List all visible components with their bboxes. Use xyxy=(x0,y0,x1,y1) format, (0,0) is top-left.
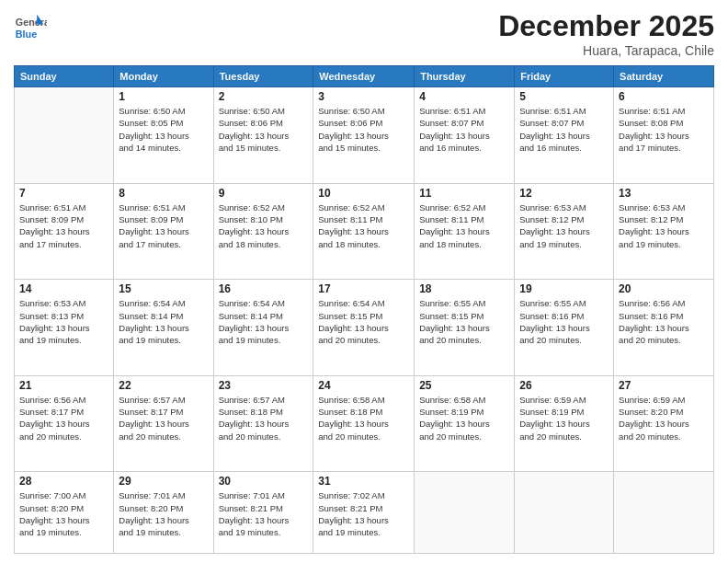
day-info: Sunrise: 6:56 AMSunset: 8:17 PMDaylight:… xyxy=(19,394,108,442)
day-number: 15 xyxy=(119,282,208,295)
day-info: Sunrise: 6:54 AMSunset: 8:14 PMDaylight:… xyxy=(119,297,208,346)
calendar-cell: 8Sunrise: 6:51 AMSunset: 8:09 PMDaylight… xyxy=(114,183,213,280)
col-monday: Monday xyxy=(114,66,213,87)
calendar-cell: 11Sunrise: 6:52 AMSunset: 8:11 PMDayligh… xyxy=(415,183,515,280)
day-info: Sunrise: 6:56 AMSunset: 8:16 PMDaylight:… xyxy=(619,297,709,346)
calendar-header-row: Sunday Monday Tuesday Wednesday Thursday… xyxy=(15,66,714,87)
day-info: Sunrise: 6:57 AMSunset: 8:18 PMDaylight:… xyxy=(219,394,309,442)
calendar-cell xyxy=(515,472,614,554)
calendar-cell: 1Sunrise: 6:50 AMSunset: 8:05 PMDaylight… xyxy=(114,87,213,184)
calendar-cell: 2Sunrise: 6:50 AMSunset: 8:06 PMDaylight… xyxy=(213,87,313,184)
day-info: Sunrise: 6:59 AMSunset: 8:20 PMDaylight:… xyxy=(619,394,709,442)
calendar-cell: 24Sunrise: 6:58 AMSunset: 8:18 PMDayligh… xyxy=(313,375,415,472)
col-wednesday: Wednesday xyxy=(313,66,415,87)
day-number: 23 xyxy=(219,379,309,392)
day-number: 19 xyxy=(519,282,609,295)
calendar-cell: 28Sunrise: 7:00 AMSunset: 8:20 PMDayligh… xyxy=(15,472,114,554)
calendar-cell: 25Sunrise: 6:58 AMSunset: 8:19 PMDayligh… xyxy=(415,375,515,472)
day-number: 12 xyxy=(519,187,609,200)
day-number: 25 xyxy=(419,379,509,392)
day-number: 7 xyxy=(19,187,108,200)
day-number: 18 xyxy=(419,282,509,295)
title-block: December 2025 Huara, Tarapaca, Chile xyxy=(498,9,714,58)
day-info: Sunrise: 7:01 AMSunset: 8:21 PMDaylight:… xyxy=(219,489,309,538)
day-number: 14 xyxy=(19,282,108,295)
calendar-cell: 13Sunrise: 6:53 AMSunset: 8:12 PMDayligh… xyxy=(614,183,714,280)
day-number: 30 xyxy=(219,475,309,488)
day-info: Sunrise: 7:00 AMSunset: 8:20 PMDaylight:… xyxy=(19,489,108,538)
day-number: 31 xyxy=(318,475,409,488)
day-info: Sunrise: 6:58 AMSunset: 8:18 PMDaylight:… xyxy=(318,394,409,442)
svg-text:Blue: Blue xyxy=(16,29,37,40)
day-info: Sunrise: 6:52 AMSunset: 8:11 PMDaylight:… xyxy=(318,201,409,250)
day-info: Sunrise: 6:51 AMSunset: 8:09 PMDaylight:… xyxy=(119,201,208,250)
day-number: 6 xyxy=(619,90,709,103)
calendar-cell: 6Sunrise: 6:51 AMSunset: 8:08 PMDaylight… xyxy=(614,87,714,184)
calendar-cell: 18Sunrise: 6:55 AMSunset: 8:15 PMDayligh… xyxy=(415,280,515,376)
calendar-cell: 27Sunrise: 6:59 AMSunset: 8:20 PMDayligh… xyxy=(614,375,714,472)
logo-icon: GeneralBlue xyxy=(14,13,47,46)
calendar-week-row: 1Sunrise: 6:50 AMSunset: 8:05 PMDaylight… xyxy=(15,87,714,184)
calendar-cell: 7Sunrise: 6:51 AMSunset: 8:09 PMDaylight… xyxy=(15,183,114,280)
calendar-cell: 20Sunrise: 6:56 AMSunset: 8:16 PMDayligh… xyxy=(614,280,714,376)
day-info: Sunrise: 6:53 AMSunset: 8:13 PMDaylight:… xyxy=(19,297,108,346)
calendar-cell: 12Sunrise: 6:53 AMSunset: 8:12 PMDayligh… xyxy=(515,183,614,280)
day-number: 28 xyxy=(19,475,108,488)
calendar-cell: 30Sunrise: 7:01 AMSunset: 8:21 PMDayligh… xyxy=(213,472,313,554)
calendar-cell: 29Sunrise: 7:01 AMSunset: 8:20 PMDayligh… xyxy=(114,472,213,554)
month-title: December 2025 xyxy=(498,9,714,43)
day-info: Sunrise: 6:54 AMSunset: 8:15 PMDaylight:… xyxy=(318,297,409,346)
location: Huara, Tarapaca, Chile xyxy=(498,43,714,58)
day-info: Sunrise: 6:59 AMSunset: 8:19 PMDaylight:… xyxy=(519,394,609,442)
day-number: 11 xyxy=(419,187,509,200)
day-number: 29 xyxy=(119,475,208,488)
calendar-cell xyxy=(415,472,515,554)
day-info: Sunrise: 6:54 AMSunset: 8:14 PMDaylight:… xyxy=(219,297,309,346)
day-info: Sunrise: 7:02 AMSunset: 8:21 PMDaylight:… xyxy=(318,489,409,538)
page: GeneralBlue December 2025 Huara, Tarapac… xyxy=(0,0,728,563)
calendar-cell xyxy=(614,472,714,554)
day-number: 10 xyxy=(318,187,409,200)
day-number: 13 xyxy=(619,187,709,200)
calendar-cell: 9Sunrise: 6:52 AMSunset: 8:10 PMDaylight… xyxy=(213,183,313,280)
day-number: 9 xyxy=(219,187,309,200)
day-number: 21 xyxy=(19,379,108,392)
day-number: 8 xyxy=(119,187,208,200)
calendar-cell: 14Sunrise: 6:53 AMSunset: 8:13 PMDayligh… xyxy=(15,280,114,376)
day-info: Sunrise: 6:55 AMSunset: 8:16 PMDaylight:… xyxy=(519,297,609,346)
day-info: Sunrise: 6:51 AMSunset: 8:08 PMDaylight:… xyxy=(619,105,709,154)
calendar-cell: 19Sunrise: 6:55 AMSunset: 8:16 PMDayligh… xyxy=(515,280,614,376)
day-number: 22 xyxy=(119,379,208,392)
day-info: Sunrise: 6:51 AMSunset: 8:07 PMDaylight:… xyxy=(419,105,509,154)
col-saturday: Saturday xyxy=(614,66,714,87)
calendar-cell: 16Sunrise: 6:54 AMSunset: 8:14 PMDayligh… xyxy=(213,280,313,376)
day-number: 4 xyxy=(419,90,509,103)
day-number: 16 xyxy=(219,282,309,295)
calendar-cell: 5Sunrise: 6:51 AMSunset: 8:07 PMDaylight… xyxy=(515,87,614,184)
calendar-cell: 17Sunrise: 6:54 AMSunset: 8:15 PMDayligh… xyxy=(313,280,415,376)
calendar-cell: 3Sunrise: 6:50 AMSunset: 8:06 PMDaylight… xyxy=(313,87,415,184)
header: GeneralBlue December 2025 Huara, Tarapac… xyxy=(14,9,714,58)
calendar-cell: 15Sunrise: 6:54 AMSunset: 8:14 PMDayligh… xyxy=(114,280,213,376)
calendar-cell xyxy=(15,87,114,184)
col-friday: Friday xyxy=(515,66,614,87)
col-tuesday: Tuesday xyxy=(213,66,313,87)
day-info: Sunrise: 6:57 AMSunset: 8:17 PMDaylight:… xyxy=(119,394,208,442)
calendar-table: Sunday Monday Tuesday Wednesday Thursday… xyxy=(14,65,714,554)
day-number: 2 xyxy=(219,90,309,103)
day-info: Sunrise: 6:51 AMSunset: 8:09 PMDaylight:… xyxy=(19,201,108,250)
day-info: Sunrise: 6:52 AMSunset: 8:11 PMDaylight:… xyxy=(419,201,509,250)
day-number: 1 xyxy=(119,90,208,103)
day-info: Sunrise: 6:58 AMSunset: 8:19 PMDaylight:… xyxy=(419,394,509,442)
day-number: 17 xyxy=(318,282,409,295)
calendar-cell: 21Sunrise: 6:56 AMSunset: 8:17 PMDayligh… xyxy=(15,375,114,472)
col-thursday: Thursday xyxy=(415,66,515,87)
calendar-cell: 23Sunrise: 6:57 AMSunset: 8:18 PMDayligh… xyxy=(213,375,313,472)
day-number: 3 xyxy=(318,90,409,103)
calendar-cell: 10Sunrise: 6:52 AMSunset: 8:11 PMDayligh… xyxy=(313,183,415,280)
day-number: 27 xyxy=(619,379,709,392)
col-sunday: Sunday xyxy=(15,66,114,87)
calendar-cell: 22Sunrise: 6:57 AMSunset: 8:17 PMDayligh… xyxy=(114,375,213,472)
day-info: Sunrise: 6:53 AMSunset: 8:12 PMDaylight:… xyxy=(619,201,709,250)
calendar-cell: 4Sunrise: 6:51 AMSunset: 8:07 PMDaylight… xyxy=(415,87,515,184)
